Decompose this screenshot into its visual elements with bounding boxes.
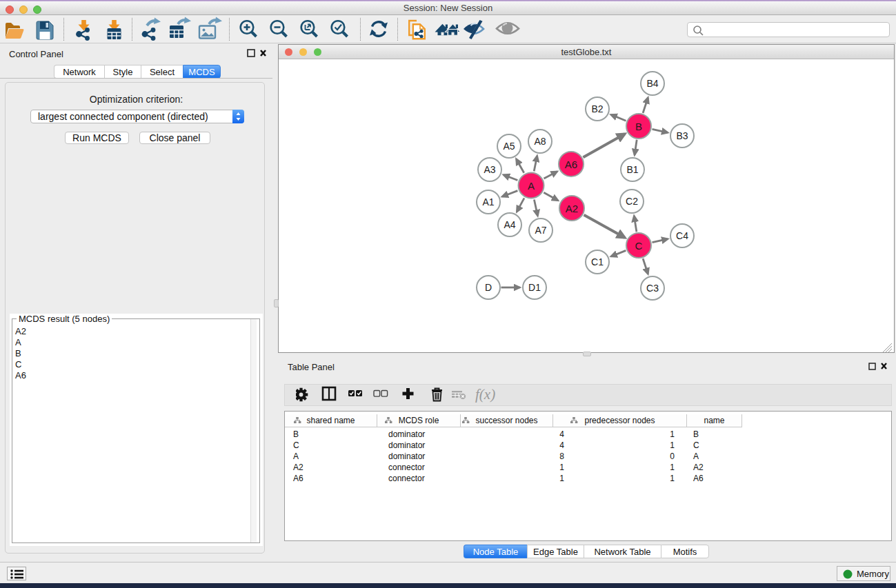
svg-text:A1: A1 bbox=[482, 196, 494, 207]
svg-text:A2: A2 bbox=[566, 203, 578, 214]
svg-text:C3: C3 bbox=[646, 283, 659, 294]
svg-text:D1: D1 bbox=[528, 282, 541, 293]
svg-text:B: B bbox=[635, 121, 642, 132]
svg-text:C2: C2 bbox=[626, 196, 638, 207]
svg-text:D: D bbox=[485, 282, 492, 293]
svg-text:C4: C4 bbox=[676, 230, 688, 241]
svg-text:f(x): f(x) bbox=[475, 386, 495, 403]
svg-text:A: A bbox=[528, 180, 535, 192]
svg-text:B2: B2 bbox=[591, 103, 603, 114]
svg-text:B4: B4 bbox=[646, 78, 658, 89]
svg-text:A7: A7 bbox=[535, 225, 546, 236]
svg-text:B1: B1 bbox=[626, 164, 638, 175]
svg-text:C: C bbox=[635, 240, 643, 252]
svg-text:A8: A8 bbox=[534, 136, 546, 147]
svg-text:B3: B3 bbox=[676, 130, 688, 141]
svg-text:C1: C1 bbox=[591, 256, 604, 267]
svg-text:A6: A6 bbox=[565, 159, 577, 170]
svg-text:A3: A3 bbox=[484, 164, 495, 175]
svg-text:A4: A4 bbox=[504, 219, 515, 230]
svg-text:A5: A5 bbox=[503, 141, 515, 152]
